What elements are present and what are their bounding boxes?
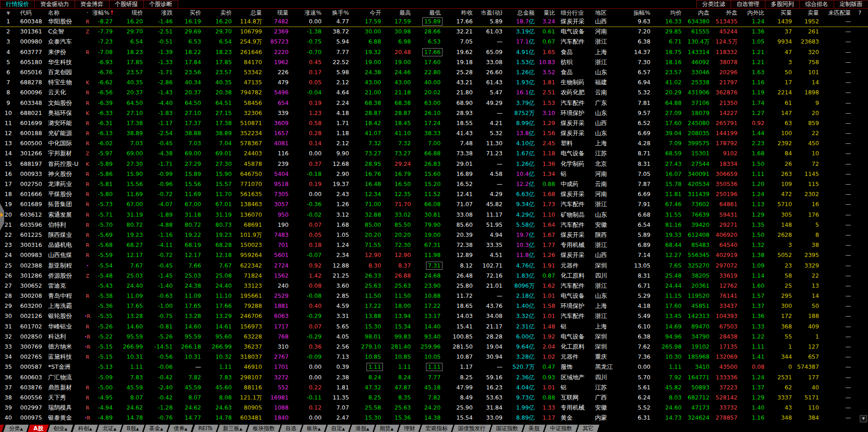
market-tab-期货[interactable]: 期货▲ <box>374 425 399 432</box>
table-row[interactable]: 1600348华阳股份R-8.2716.20-1.4616.1916.20114… <box>0 16 868 27</box>
market-tab-自定[interactable]: 自定▲ <box>325 425 350 432</box>
help-icon[interactable]: ? <box>853 9 867 16</box>
table-row[interactable]: 10688021奥福环保K-6.3327.10-1.8327.1027.1532… <box>0 108 868 118</box>
menu-item-right-3[interactable]: 综合排名 <box>799 0 834 8</box>
table-row[interactable]: 9603348文灿股份R-6.3964.50-4.4064.5064.51584… <box>0 98 868 108</box>
table-row[interactable]: 35000587*ST金洲-5.131.11-0.06—1.1146910170… <box>0 362 868 372</box>
column-header-speed[interactable]: 涨速% <box>290 9 323 16</box>
table-row[interactable]: 4603777来伊份R-7.0818.23-1.3918.2218.232616… <box>0 47 868 57</box>
column-header-inv[interactable]: 内盘 <box>683 9 711 16</box>
column-header-prev[interactable]: 昨收 <box>442 9 475 16</box>
table-row[interactable]: 34002765蓝黛科技R-5.1510.31-0.5610.3110.3231… <box>0 352 868 362</box>
market-tab-其它[interactable]: 其它 <box>577 425 600 432</box>
column-header-turn[interactable]: 换手% <box>323 9 351 16</box>
column-header-un[interactable]: 未匹配量 <box>821 9 853 16</box>
table-row[interactable]: 25002388新亚制程·-5.547.67-0.457.667.6762234… <box>0 261 868 271</box>
table-row[interactable]: 13600500中化国际R-6.027.03-0.457.037.0457836… <box>0 138 868 148</box>
column-header-vol[interactable]: 总量 <box>234 9 264 16</box>
market-tab-国证指数[interactable]: 国证指数 <box>491 425 524 432</box>
column-header-outv[interactable]: 外盘 <box>711 9 739 16</box>
market-tab-分类[interactable]: 分类▲ <box>3 425 28 432</box>
filter-dropdown-icon[interactable]: ▼ <box>6 11 10 16</box>
column-header-low[interactable]: 最低 <box>413 9 442 16</box>
table-row[interactable]: 23300316晶盛机电R-5.6868.27-4.1168.1968.2815… <box>0 240 868 250</box>
table-row[interactable]: 19601689拓普集团R-5.7367.00-4.0767.0067.0113… <box>0 199 868 209</box>
market-tab-A股[interactable]: A股 <box>28 425 49 432</box>
market-tab-板块[interactable]: 板块▲ <box>301 425 326 432</box>
table-row[interactable]: 31601702华峰铝业R-5.2614.60-0.8114.6014.6115… <box>0 322 868 332</box>
column-header-ampl[interactable]: 振幅% <box>619 9 652 16</box>
scroll-down-button[interactable]: ▼ <box>860 415 867 422</box>
market-tab-新三板[interactable]: 新三板▲ <box>217 425 248 432</box>
menu-item-right-4[interactable]: 定制版面 <box>834 0 868 8</box>
table-row[interactable]: 37603876鼎胜新材R-5.0045.59-2.4045.5945.6088… <box>0 383 868 393</box>
column-header-code[interactable]: 代码 <box>16 9 44 16</box>
column-header-name[interactable]: 名称 <box>44 9 82 16</box>
market-tab-理财[interactable]: 理财 <box>399 425 421 432</box>
table-row[interactable]: 7688278特宝生物K-6.6240.35-2.8640.3440.35471… <box>0 77 868 87</box>
table-row[interactable]: 39002997瑞鹄模具R-4.9424.62-1.2824.6224.6380… <box>0 403 868 413</box>
menu-item-left-1[interactable]: 资金驱动力 <box>34 0 75 8</box>
column-header-ask[interactable]: 卖价 <box>203 9 234 16</box>
market-tab-北证[interactable]: 北证▲ <box>97 425 122 432</box>
column-header-io[interactable]: 内外比 <box>739 9 766 16</box>
table-row[interactable]: 28300208青岛中程R-5.3811.09-0.6311.0911.1019… <box>0 291 868 301</box>
column-header-lb[interactable]: 量比 <box>536 9 557 16</box>
column-header-bid[interactable]: 买价 <box>175 9 203 16</box>
column-header-pe[interactable]: 市盈(动) <box>475 9 504 16</box>
column-header-cur[interactable]: 现量 <box>264 9 290 16</box>
menu-item-left-0[interactable]: 行情报价 <box>0 0 35 8</box>
market-tab-国债预发行[interactable]: 国债预发行 <box>453 425 491 432</box>
table-row[interactable]: 22601225陕西煤业R-5.6919.23-1.1619.2219.2310… <box>0 230 868 240</box>
table-row[interactable]: 30002126银轮股份·R-5.3513.28-0.7513.2813.292… <box>0 311 868 321</box>
table-row[interactable]: 38600556天下秀R-4.958.07-0.428.078.08121.1万… <box>0 393 868 403</box>
table-row[interactable]: 24000983山西焦煤R-5.5912.17-0.7212.1712.1895… <box>0 250 868 260</box>
table-row[interactable]: 33300769德方纳米·R-5.15266.99-14.51266.18266… <box>0 342 868 352</box>
table-row[interactable]: 6605016百龙创园-6.7623.57-1.7123.5623.575334… <box>0 67 868 77</box>
market-tab-基金[interactable]: 基金▲ <box>144 425 169 432</box>
menu-item-right-0[interactable]: 分类过滤 <box>696 0 731 8</box>
column-header-svol[interactable]: 卖量 <box>794 9 821 16</box>
table-row[interactable]: 11601699潞安环能R-6.3117.38-1.1717.3717.3851… <box>0 118 868 128</box>
column-header-mark[interactable]: · <box>82 9 93 16</box>
table-row[interactable]: 17002750龙津药业R-5.8115.56-0.9615.5615.5777… <box>0 179 868 189</box>
column-header-high[interactable]: 最高 <box>383 9 413 16</box>
table-row[interactable]: 5605180华生科技-6.9317.85-1.3317.8417.858417… <box>0 57 868 67</box>
table-row[interactable]: 26301286侨源股份Z-5.4825.03-1.4525.0325.0871… <box>0 271 868 281</box>
market-tab-REITs[interactable]: REITs <box>192 425 218 432</box>
column-header-bvol[interactable]: 买量 <box>766 9 794 16</box>
column-header-amt[interactable]: 总金额 <box>504 9 536 16</box>
market-tab-债券[interactable]: 债券▲ <box>168 425 193 432</box>
market-tab-B股[interactable]: B股▲ <box>121 425 145 432</box>
table-row[interactable]: 36600603广汇物流-5.097.83-0.427.827.83298107… <box>0 372 868 383</box>
column-header-reg[interactable]: 地区 <box>591 9 619 16</box>
column-header-open[interactable]: 今开 <box>351 9 383 16</box>
column-header-idx[interactable]: ▼ <box>0 9 16 16</box>
menu-item-right-1[interactable]: 自选管理 <box>731 0 765 8</box>
column-header-chg[interactable]: 涨跌 <box>145 9 175 16</box>
market-tab-板块指数[interactable]: 板块指数 <box>247 425 280 432</box>
menu-item-left-2[interactable]: 资金博弈 <box>75 0 109 8</box>
market-tab-科创[interactable]: 科创▲ <box>72 425 98 432</box>
column-header-pct[interactable]: 涨幅%↑ <box>93 9 115 16</box>
table-row[interactable]: 16000933神火股份R-5.8615.90-0.9915.8915.9064… <box>0 169 868 179</box>
table-row[interactable]: 12600188兖矿能源R-6.1338.89-2.5438.8838.8935… <box>0 128 868 138</box>
market-tab-中证指数[interactable]: 中证指数 <box>545 425 578 432</box>
table-row[interactable]: 14301266宇邦新材Z-5.9769.00-4.3869.0069.0124… <box>0 148 868 159</box>
menu-item-left-3[interactable]: 个股研报 <box>109 0 144 8</box>
table-row[interactable]: 20603612索通发展R-5.7131.19-1.8931.1831.1913… <box>0 210 868 220</box>
column-header-price[interactable]: 现价 <box>115 9 145 16</box>
table-row[interactable]: 21603596伯特利R-5.7080.72-4.8880.7280.73686… <box>0 220 868 230</box>
market-tab-宏观指标[interactable]: 宏观指标 <box>420 425 453 432</box>
market-tab-港股[interactable]: 港股▲ <box>350 425 375 432</box>
table-row[interactable]: 3000980众泰汽车-7.236.54-0.516.536.54254.9万8… <box>0 37 868 47</box>
table-row[interactable]: 18601666平煤股份R-5.8011.69-0.7211.6911.7056… <box>0 189 868 199</box>
table-row[interactable]: 27300652雷迪克-5.4324.40-1.4024.3824.403312… <box>0 281 868 291</box>
table-row[interactable]: 2301361C众智Z-7.7929.70-2.5129.6929.701067… <box>0 27 868 37</box>
menu-item-right-2[interactable]: 多股同列 <box>765 0 800 8</box>
table-row[interactable]: 29603200上海洗霸-5.3617.65-1.0017.6517.66792… <box>0 301 868 311</box>
table-row[interactable]: 8600096云天化R-6.5620.37-1.4320.3720.387947… <box>0 87 868 98</box>
market-tab-自选[interactable]: 自选 <box>279 425 302 432</box>
market-tab-美股[interactable]: 美股 <box>523 425 546 432</box>
column-header-ind[interactable]: 细分行业 <box>557 9 591 16</box>
